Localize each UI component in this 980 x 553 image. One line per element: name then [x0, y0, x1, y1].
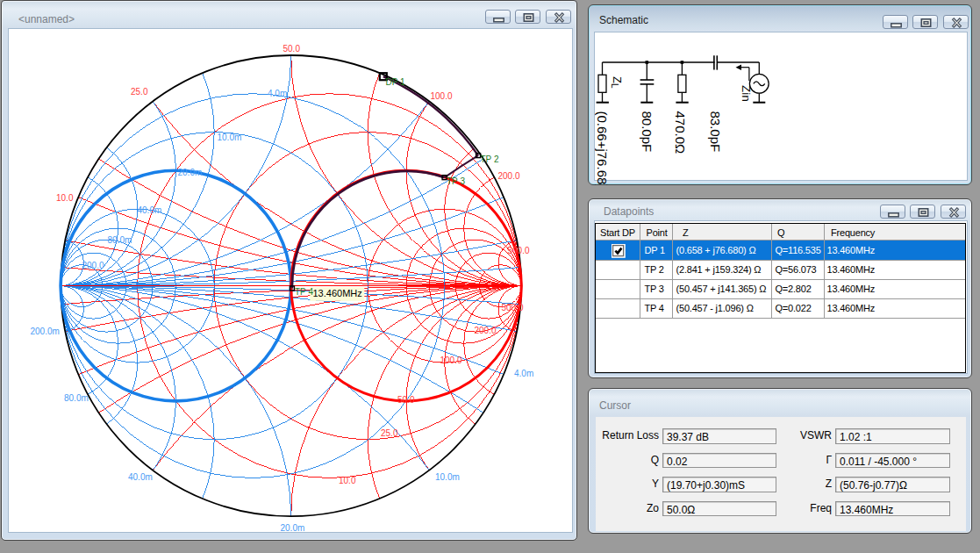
svg-text:ZL: ZL [610, 76, 624, 89]
svg-text:4.0m: 4.0m [268, 89, 287, 98]
svg-text:TP 4: TP 4 [295, 287, 313, 297]
svg-text:500.0: 500.0 [508, 246, 530, 255]
svg-text:80.0m: 80.0m [64, 393, 89, 403]
svg-text:DP 1: DP 1 [386, 77, 405, 87]
svg-text:200.0: 200.0 [475, 326, 497, 335]
svg-text:13.460MHz: 13.460MHz [313, 288, 362, 298]
svg-text:470.0Ω: 470.0Ω [673, 111, 688, 154]
svg-text:200.0: 200.0 [498, 171, 520, 181]
svg-text:TP 2: TP 2 [481, 154, 499, 164]
svg-text:25.0: 25.0 [381, 428, 398, 438]
svg-text:10.0m: 10.0m [218, 133, 242, 142]
svg-text:10.0: 10.0 [339, 476, 356, 485]
svg-text:80.0m: 80.0m [108, 235, 132, 245]
svg-text:10.0m: 10.0m [435, 472, 460, 482]
svg-text:80.0pF: 80.0pF [640, 111, 655, 153]
svg-text:100.0: 100.0 [431, 91, 453, 101]
svg-text:25.0: 25.0 [131, 87, 148, 97]
svg-text:TP 3: TP 3 [447, 176, 465, 186]
svg-text:20.0m: 20.0m [178, 168, 203, 177]
svg-text:200.0: 200.0 [82, 261, 104, 270]
svg-text:83.0pF: 83.0pF [708, 111, 723, 153]
svg-text:20.0m: 20.0m [281, 523, 305, 533]
svg-text:40.0m: 40.0m [128, 472, 153, 482]
svg-text:100.0: 100.0 [440, 356, 462, 365]
svg-text:50.0: 50.0 [397, 395, 415, 405]
svg-text:500.0: 500.0 [502, 303, 524, 312]
svg-text:40.0m: 40.0m [138, 205, 162, 215]
svg-text:50.0: 50.0 [283, 44, 301, 54]
svg-text:200.0m: 200.0m [31, 327, 60, 336]
svg-text:(0.66+j76.68): (0.66+j76.68) [595, 111, 610, 186]
svg-text:4.0m: 4.0m [514, 369, 533, 378]
svg-text:10.0: 10.0 [56, 193, 74, 203]
